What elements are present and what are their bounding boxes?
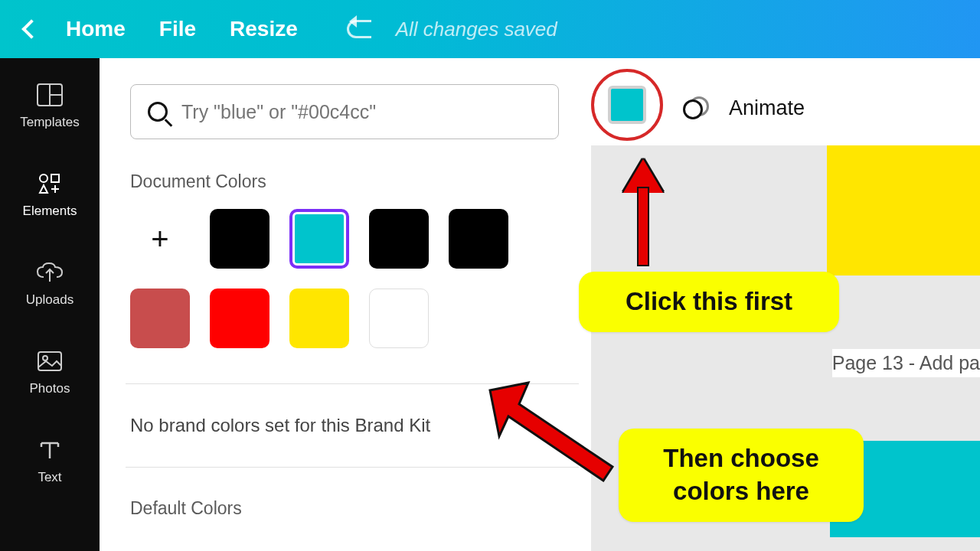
- sidebar-item-elements[interactable]: Elements: [23, 170, 77, 219]
- text-icon: [36, 436, 64, 464]
- canvas-shape-yellow[interactable]: [827, 145, 980, 276]
- color-swatch-teal[interactable]: [289, 209, 349, 269]
- sidebar-label: Uploads: [26, 292, 74, 308]
- svg-rect-4: [51, 174, 59, 182]
- sidebar-item-photos[interactable]: Photos: [30, 347, 70, 396]
- uploads-icon: [36, 259, 64, 286]
- default-colors-title: Default Colors: [130, 498, 574, 519]
- annotation-callout-1: Click this first: [579, 272, 839, 332]
- sidebar-label: Text: [38, 470, 61, 485]
- sidebar-item-templates[interactable]: Templates: [20, 81, 79, 130]
- document-colors-title: Document Colors: [130, 171, 574, 192]
- left-sidebar: Templates Elements Uploads Photos Text: [0, 58, 100, 551]
- animate-button[interactable]: Animate: [729, 96, 805, 120]
- search-icon: [148, 102, 168, 122]
- annotation-arrow-diagonal: [475, 375, 628, 482]
- color-swatch-black[interactable]: [210, 209, 270, 269]
- svg-marker-5: [40, 185, 47, 193]
- svg-point-3: [40, 174, 47, 182]
- color-swatch-red[interactable]: [210, 289, 270, 348]
- undo-icon[interactable]: [347, 20, 371, 38]
- annotation-callout-2: Then choose colors here: [619, 429, 864, 522]
- color-swatch-red-muted[interactable]: [130, 289, 190, 348]
- color-search[interactable]: [130, 84, 559, 139]
- sidebar-item-uploads[interactable]: Uploads: [26, 259, 74, 308]
- sidebar-label: Photos: [30, 381, 70, 396]
- annotation-arrow-up: [628, 159, 658, 266]
- svg-point-10: [43, 356, 47, 360]
- file-menu[interactable]: File: [159, 17, 196, 41]
- resize-menu[interactable]: Resize: [230, 17, 298, 41]
- templates-icon: [36, 81, 64, 109]
- fill-color-button[interactable]: [608, 86, 646, 124]
- color-swatch-black[interactable]: [449, 209, 508, 269]
- sidebar-label: Elements: [23, 204, 77, 219]
- photos-icon: [36, 347, 64, 375]
- top-toolbar: Home File Resize All changes saved: [0, 0, 980, 58]
- svg-rect-9: [38, 352, 61, 370]
- sidebar-item-text[interactable]: Text: [36, 436, 64, 485]
- animate-icon[interactable]: [683, 96, 706, 119]
- page-label: Page 13 - Add pa: [832, 349, 980, 377]
- search-input[interactable]: [181, 101, 541, 123]
- home-link[interactable]: Home: [66, 17, 126, 41]
- color-swatch-black[interactable]: [369, 209, 429, 269]
- elements-icon: [36, 170, 64, 197]
- context-toolbar: Animate: [591, 72, 805, 144]
- annotation-circle: [591, 69, 663, 141]
- save-status: All changes saved: [396, 18, 557, 41]
- sidebar-label: Templates: [20, 115, 79, 130]
- document-colors-row: [130, 209, 574, 348]
- svg-marker-15: [490, 383, 612, 481]
- add-color-button[interactable]: [130, 209, 190, 269]
- back-icon[interactable]: [21, 19, 41, 38]
- color-swatch-white[interactable]: [369, 289, 429, 348]
- color-swatch-yellow[interactable]: [289, 289, 349, 348]
